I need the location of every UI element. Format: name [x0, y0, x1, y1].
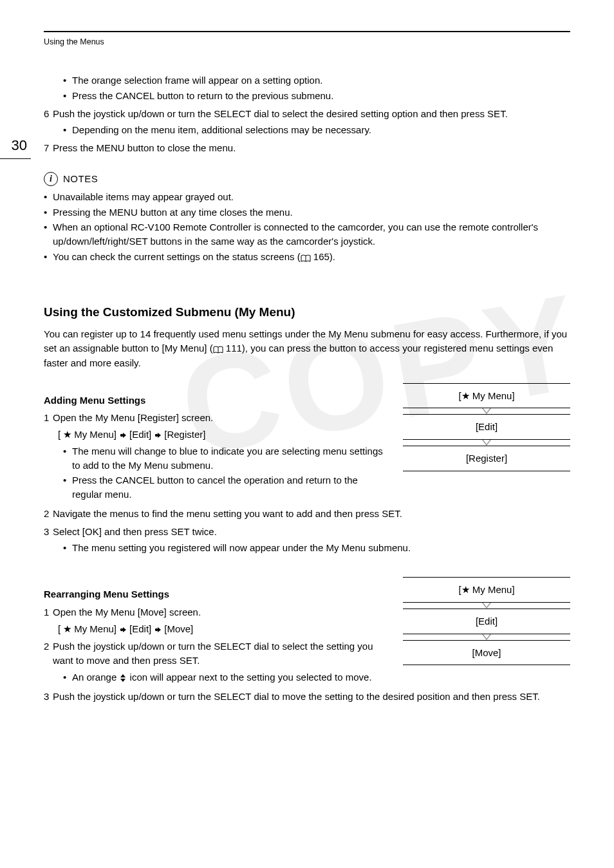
star-icon: ★ [63, 622, 71, 636]
adding-heading: Adding Menu Settings [44, 393, 387, 408]
section-title: Using the Customized Submenu (My Menu) [44, 303, 570, 321]
path-c: [Register] [164, 428, 205, 442]
page-number-rule [0, 158, 31, 159]
page-ref-icon [301, 250, 311, 265]
rearr-step-2-bullets: An orange icon will appear next to the s… [63, 670, 387, 684]
rearr-path: [★ My Menu] [Edit] [Move] [58, 622, 387, 636]
step-7: 7 Press the MENU button to close the men… [44, 141, 570, 155]
step-6: 6 Push the joystick up/down or turn the … [44, 107, 570, 121]
adding-step-1: 1 Open the My Menu [Register] screen. [44, 411, 387, 425]
star-icon: ★ [461, 584, 470, 595]
chevron-down-icon [403, 439, 570, 446]
rearr-step-3-num: 3 [44, 690, 53, 704]
adding-step-3-bullets: The menu setting you registered will now… [63, 541, 570, 555]
page-number: 30 [12, 135, 31, 156]
chevron-right-icon [119, 622, 127, 636]
adding-step-1-text: Open the My Menu [Register] screen. [53, 411, 387, 425]
menu-box-edit: [Edit] [403, 609, 570, 634]
path-a: My Menu] [74, 428, 116, 442]
top-bullet-2: Press the CANCEL button to return to the… [63, 89, 570, 103]
adding-step-1-num: 1 [44, 411, 53, 425]
path-b: [Edit] [129, 428, 151, 442]
chevron-down-icon [403, 634, 570, 640]
menu-box-move: [Move] [403, 640, 570, 666]
rearr-b-post: icon will appear next to the setting you… [127, 672, 371, 683]
star-icon: ★ [63, 428, 71, 442]
section-body: You can register up to 14 frequently use… [44, 327, 570, 370]
note-4-ref: 165). [311, 251, 335, 262]
note-1: Unavailable items may appear grayed out. [44, 190, 570, 204]
svg-point-2 [120, 434, 123, 437]
adding-s3-b1: The menu setting you registered will now… [63, 541, 570, 555]
chevron-down-icon [403, 408, 570, 414]
menu-box-register: [Register] [403, 446, 570, 471]
chevron-right-icon [119, 428, 127, 442]
notes-title: NOTES [63, 172, 98, 186]
rearr-menu-diagram: [★ My Menu] [Edit] [Move] [403, 577, 570, 665]
path-a: My Menu] [74, 622, 116, 636]
menu-box-mymenu: [★ My Menu] [403, 577, 570, 603]
rearr-s2-b1: An orange icon will appear next to the s… [63, 670, 387, 684]
adding-path: [★ My Menu] [Edit] [Register] [58, 428, 387, 442]
path-bracket: [ [58, 428, 60, 442]
page-number-block: 30 [0, 135, 31, 159]
adding-menu-diagram: [★ My Menu] [Edit] [Register] [403, 383, 570, 471]
step-6-sub: Depending on the menu item, additional s… [63, 123, 570, 137]
menu-box-edit: [Edit] [403, 414, 570, 440]
top-bullets: The orange selection frame will appear o… [63, 73, 570, 103]
adding-s1-b1: The menu will change to blue to indicate… [63, 444, 387, 473]
adding-step-3-text: Select [OK] and then press SET twice. [53, 525, 570, 539]
adding-step-2-num: 2 [44, 507, 53, 521]
svg-point-5 [155, 628, 158, 631]
rearr-step-1: 1 Open the My Menu [Move] screen. [44, 605, 387, 619]
step-6-text: Push the joystick up/down or turn the SE… [53, 107, 570, 121]
rearr-step-2-text: Push the joystick up/down or turn the SE… [53, 639, 387, 668]
header-title: Using the Menus [44, 36, 570, 48]
step-6-sub-1: Depending on the menu item, additional s… [63, 123, 570, 137]
info-icon: i [44, 172, 58, 186]
chevron-right-icon [154, 622, 162, 636]
notes-list: Unavailable items may appear grayed out.… [44, 190, 570, 265]
adding-step-3-num: 3 [44, 525, 53, 539]
note-3: When an optional RC-V100 Remote Controll… [44, 220, 570, 249]
adding-step-2: 2 Navigate the menus to find the menu se… [44, 507, 570, 521]
menu-l1: My Menu] [470, 390, 515, 401]
path-b: [Edit] [129, 622, 151, 636]
star-icon: ★ [461, 390, 470, 401]
updown-arrow-icon [120, 674, 126, 682]
adding-step-1-bullets: The menu will change to blue to indicate… [63, 444, 387, 502]
chevron-down-icon [403, 602, 570, 609]
rearr-step-3-text: Push the joystick up/down or turn the SE… [53, 690, 570, 704]
notes-heading: i NOTES [44, 172, 570, 186]
rearranging-heading: Rearranging Menu Settings [44, 587, 387, 601]
adding-step-2-text: Navigate the menus to find the menu sett… [53, 507, 570, 521]
svg-point-4 [120, 628, 123, 631]
step-6-num: 6 [44, 107, 53, 121]
rearr-step-2-num: 2 [44, 639, 53, 668]
menu-box-mymenu: [★ My Menu] [403, 383, 570, 409]
step-7-text: Press the MENU button to close the menu. [53, 141, 570, 155]
rearr-step-3: 3 Push the joystick up/down or turn the … [44, 690, 570, 704]
rearr-step-1-num: 1 [44, 605, 53, 619]
note-4: You can check the current settings on th… [44, 250, 570, 265]
adding-step-3: 3 Select [OK] and then press SET twice. [44, 525, 570, 539]
header-rule [44, 31, 570, 32]
top-bullet-1: The orange selection frame will appear o… [63, 73, 570, 88]
adding-s1-b2: Press the CANCEL button to cancel the op… [63, 473, 387, 502]
rearr-b-pre: An orange [72, 672, 119, 683]
path-c: [Move] [164, 622, 193, 636]
note-4-pre: You can check the current settings on th… [53, 251, 301, 262]
page-ref-icon [213, 342, 223, 356]
note-2: Pressing the MENU button at any time clo… [44, 205, 570, 220]
svg-point-3 [155, 434, 158, 437]
rearr-step-1-text: Open the My Menu [Move] screen. [53, 605, 387, 619]
chevron-right-icon [154, 428, 162, 442]
path-bracket: [ [58, 622, 60, 636]
rearr-step-2: 2 Push the joystick up/down or turn the … [44, 639, 387, 668]
step-7-num: 7 [44, 141, 53, 155]
menu-l1: My Menu] [470, 584, 515, 595]
